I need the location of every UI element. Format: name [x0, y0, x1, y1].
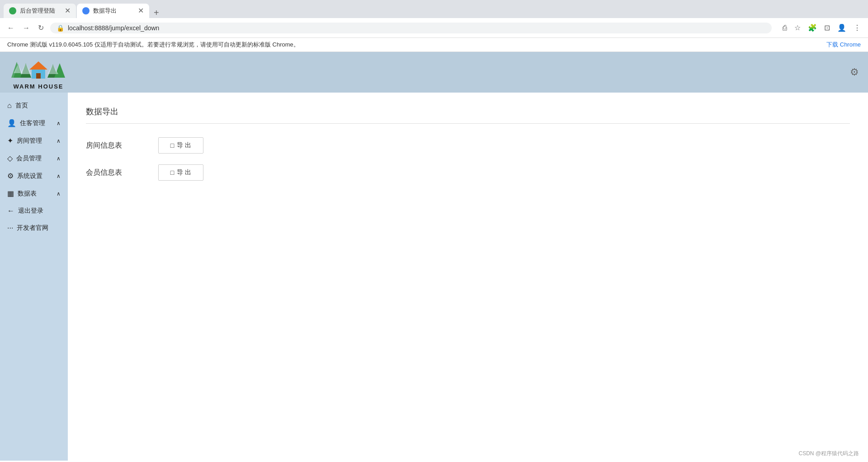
tab-icon-admin	[9, 7, 16, 14]
svg-rect-5	[36, 73, 41, 79]
menu-button[interactable]: ⋮	[852, 22, 863, 34]
lock-icon: 🔒	[57, 24, 64, 32]
logo-svg	[9, 55, 68, 82]
notice-bar: Chrome 测试版 v119.0.6045.105 仅适用于自动测试。若要进行…	[0, 38, 868, 52]
sidebar-item-dev[interactable]: ··· 开发者官网	[0, 219, 68, 237]
notice-text: Chrome 测试版 v119.0.6045.105 仅适用于自动测试。若要进行…	[7, 41, 299, 49]
sidebar-item-guest[interactable]: 👤 住客管理 ∧	[0, 114, 68, 132]
sidebar-item-data-label: 数据表	[18, 190, 37, 198]
export-row-room: 房间信息表 □ 导 出	[86, 137, 850, 154]
svg-marker-9	[20, 63, 31, 74]
sidebar-item-guest-label: 住客管理	[20, 119, 45, 127]
guest-icon: 👤	[7, 119, 16, 127]
data-icon: ▦	[7, 189, 14, 198]
sidebar-item-settings[interactable]: ⚙ 系统设置 ∧	[0, 167, 68, 185]
dev-icon: ···	[7, 224, 13, 232]
bookmark-button[interactable]: ☆	[793, 22, 802, 34]
page-title: 数据导出	[86, 106, 850, 124]
app-header: WARM HOUSE ⚙	[0, 52, 868, 93]
export-room-button[interactable]: □ 导 出	[158, 137, 203, 154]
back-button[interactable]: ←	[5, 22, 16, 34]
url-text: localhost:8888/jump/excel_down	[68, 24, 159, 32]
svg-marker-4	[29, 61, 47, 70]
sidebar-item-room[interactable]: ✦ 房间管理 ∧	[0, 132, 68, 149]
tab-close-export[interactable]: ✕	[138, 7, 144, 14]
app-body: ⌂ 首页 👤 住客管理 ∧ ✦ 房间管理 ∧ ◇ 会员管理 ∧	[0, 93, 868, 461]
room-arrow-icon: ∧	[57, 138, 61, 144]
export-room-icon: □	[170, 142, 174, 149]
main-content: 数据导出 房间信息表 □ 导 出 会员信息表 □ 导 出	[68, 93, 868, 461]
url-box[interactable]: 🔒 localhost:8888/jump/excel_down	[50, 23, 772, 33]
sidebar-item-dev-label: 开发者官网	[17, 224, 48, 232]
export-room-btn-text: 导 出	[177, 141, 191, 149]
sidebar-item-home[interactable]: ⌂ 首页	[0, 97, 68, 114]
extension-button[interactable]: 🧩	[806, 22, 819, 34]
room-icon: ✦	[7, 136, 13, 145]
profile-button[interactable]: 👤	[835, 22, 848, 34]
sidebar: ⌂ 首页 👤 住客管理 ∧ ✦ 房间管理 ∧ ◇ 会员管理 ∧	[0, 93, 68, 461]
logo-area: WARM HOUSE	[9, 55, 68, 90]
export-member-icon: □	[170, 169, 174, 176]
footer-text: CSDN @程序猿代码之路	[798, 450, 859, 457]
logout-icon: ←	[7, 207, 14, 215]
sidebar-item-member-label: 会员管理	[16, 154, 42, 163]
address-bar: ← → ↻ 🔒 localhost:8888/jump/excel_down ⎙…	[0, 18, 868, 38]
sidebar-item-data[interactable]: ▦ 数据表 ∧	[0, 185, 68, 202]
export-member-button[interactable]: □ 导 出	[158, 164, 203, 181]
sidebar-item-room-label: 房间管理	[17, 137, 42, 145]
split-button[interactable]: ⊡	[822, 22, 832, 34]
tab-icon-export	[82, 7, 90, 14]
settings-arrow-icon: ∧	[57, 173, 61, 179]
settings-icon: ⚙	[7, 172, 14, 180]
tab-close-admin[interactable]: ✕	[65, 7, 71, 14]
sidebar-item-logout-label: 退出登录	[18, 207, 43, 215]
tab-label-export: 数据导出	[93, 7, 117, 15]
svg-marker-10	[47, 64, 58, 74]
guest-arrow-icon: ∧	[57, 120, 61, 126]
header-settings-icon[interactable]: ⚙	[850, 66, 859, 78]
home-icon: ⌂	[7, 102, 12, 110]
tab-export[interactable]: 数据导出 ✕	[77, 4, 149, 18]
export-member-btn-text: 导 出	[177, 168, 191, 177]
forward-button[interactable]: →	[21, 22, 32, 34]
sidebar-item-home-label: 首页	[15, 102, 28, 110]
member-icon: ◇	[7, 154, 13, 163]
new-tab-button[interactable]: +	[150, 8, 163, 18]
reload-button[interactable]: ↻	[36, 22, 46, 34]
export-row-member: 会员信息表 □ 导 出	[86, 164, 850, 181]
sidebar-item-settings-label: 系统设置	[17, 172, 42, 180]
export-room-label: 房间信息表	[86, 141, 140, 150]
notice-link[interactable]: 下载 Chrome	[826, 41, 861, 49]
export-member-label: 会员信息表	[86, 168, 140, 177]
footer: CSDN @程序猿代码之路	[798, 450, 859, 457]
app-wrapper: WARM HOUSE ⚙ ⌂ 首页 👤 住客管理 ∧ ✦ 房间管理 ∧	[0, 52, 868, 461]
member-arrow-icon: ∧	[57, 155, 61, 162]
sidebar-item-logout[interactable]: ← 退出登录	[0, 202, 68, 219]
tab-label-admin: 后台管理登陆	[20, 7, 55, 15]
toolbar-right: ⎙ ☆ 🧩 ⊡ 👤 ⋮	[781, 22, 863, 34]
tab-admin[interactable]: 后台管理登陆 ✕	[4, 4, 76, 18]
logo-text: WARM HOUSE	[14, 83, 64, 90]
data-arrow-icon: ∧	[57, 191, 61, 197]
sidebar-item-member[interactable]: ◇ 会员管理 ∧	[0, 149, 68, 167]
share-button[interactable]: ⎙	[781, 22, 789, 34]
